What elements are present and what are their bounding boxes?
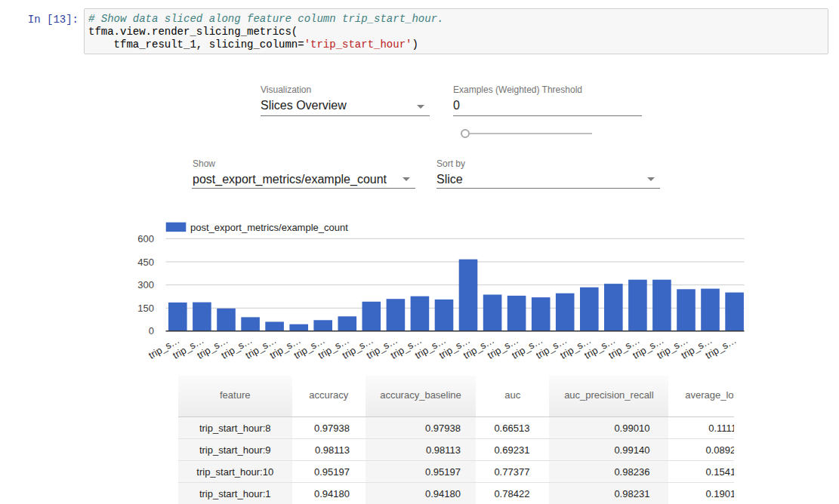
svg-text:150: 150 — [137, 303, 154, 314]
svg-text:0: 0 — [149, 325, 154, 337]
svg-text:450: 450 — [137, 257, 154, 268]
svg-text:300: 300 — [137, 279, 154, 290]
svg-text:600: 600 — [137, 233, 154, 244]
svg-text:post_export_metrics/example_co: post_export_metrics/example_count — [190, 222, 348, 233]
